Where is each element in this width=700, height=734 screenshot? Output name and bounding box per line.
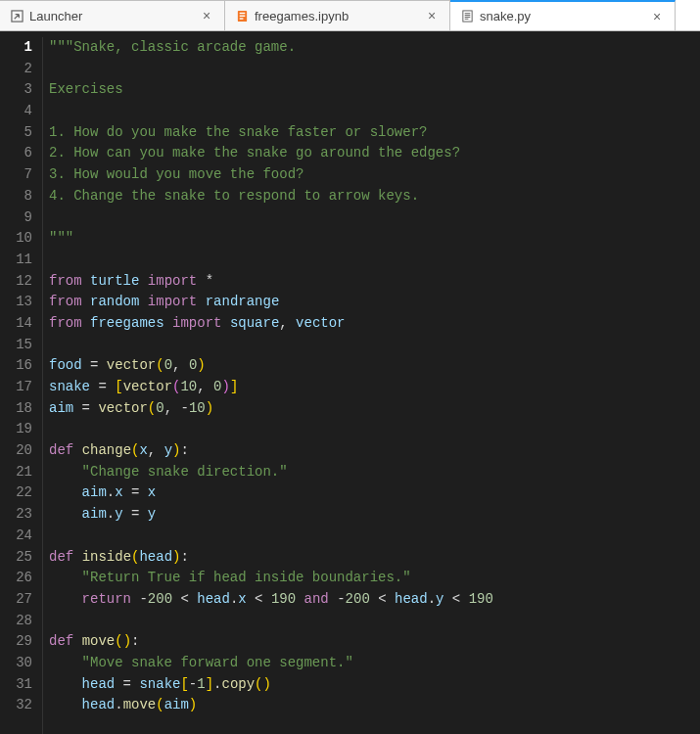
tab-launcher[interactable]: Launcher × (0, 0, 225, 30)
code-line[interactable]: head.move(aim) (49, 695, 493, 716)
line-number: 3 (0, 79, 32, 101)
line-number: 11 (0, 250, 32, 271)
line-number: 20 (0, 440, 32, 462)
line-number: 23 (0, 504, 32, 526)
svg-rect-3 (239, 15, 245, 16)
code-line[interactable]: "Change snake direction." (49, 462, 493, 483)
launcher-icon (10, 9, 23, 23)
tab-label: Launcher (29, 9, 199, 23)
code-line[interactable] (49, 250, 493, 271)
line-number: 27 (0, 589, 32, 611)
code-line[interactable]: from freegames import square, vector (49, 313, 493, 335)
code-line[interactable] (49, 101, 493, 122)
code-line[interactable]: Exercises (49, 79, 493, 101)
line-number: 28 (0, 611, 32, 632)
line-number: 13 (0, 292, 32, 313)
line-number: 31 (0, 674, 32, 696)
line-number: 16 (0, 355, 32, 377)
line-number: 5 (0, 122, 32, 144)
code-line[interactable]: 4. Change the snake to respond to arrow … (49, 186, 493, 207)
code-line[interactable]: """ (49, 228, 493, 250)
tab-label: snake.py (480, 9, 649, 23)
code-line[interactable]: from turtle import * (49, 271, 493, 293)
code-line[interactable]: "Move snake forward one segment." (49, 653, 493, 674)
line-number: 4 (0, 101, 32, 122)
code-editor[interactable]: 1234567891011121314151617181920212223242… (0, 31, 700, 734)
code-line[interactable] (49, 526, 493, 547)
code-line[interactable] (49, 611, 493, 632)
line-number: 24 (0, 526, 32, 547)
tab-freegames-notebook[interactable]: freegames.ipynb × (225, 0, 450, 30)
code-line[interactable]: def move(): (49, 631, 493, 653)
code-line[interactable]: return -200 < head.x < 190 and -200 < he… (49, 589, 493, 611)
line-number: 14 (0, 313, 32, 335)
code-line[interactable]: """Snake, classic arcade game. (49, 37, 493, 59)
code-line[interactable]: food = vector(0, 0) (49, 355, 493, 377)
code-line[interactable]: def change(x, y): (49, 440, 493, 462)
python-file-icon (460, 10, 474, 23)
line-number: 12 (0, 271, 32, 293)
line-number: 25 (0, 547, 32, 569)
code-line[interactable]: 1. How do you make the snake faster or s… (49, 122, 493, 144)
line-number: 7 (0, 164, 32, 186)
line-number: 10 (0, 228, 32, 250)
tab-bar: Launcher × freegames.ipynb × snake.py × (0, 0, 700, 31)
code-line[interactable]: snake = [vector(10, 0)] (49, 377, 493, 398)
close-icon[interactable]: × (424, 8, 440, 23)
line-number: 2 (0, 59, 32, 80)
tab-label: freegames.ipynb (255, 9, 424, 23)
line-number: 22 (0, 482, 32, 504)
code-line[interactable]: def inside(head): (49, 547, 493, 569)
line-number: 1 (0, 37, 32, 59)
code-line[interactable]: aim.x = x (49, 482, 493, 504)
code-line[interactable]: head = snake[-1].copy() (49, 674, 493, 696)
line-number: 29 (0, 631, 32, 653)
svg-rect-5 (462, 11, 471, 22)
line-number: 8 (0, 186, 32, 207)
line-number: 19 (0, 419, 32, 440)
code-line[interactable] (49, 419, 493, 440)
code-line[interactable]: 2. How can you make the snake go around … (49, 143, 493, 164)
notebook-icon (235, 9, 249, 23)
line-number: 26 (0, 568, 32, 589)
line-number: 30 (0, 653, 32, 674)
code-line[interactable]: aim.y = y (49, 504, 493, 526)
line-number: 32 (0, 695, 32, 716)
code-line[interactable] (49, 59, 493, 80)
code-line[interactable]: aim = vector(0, -10) (49, 398, 493, 420)
line-number: 15 (0, 335, 32, 356)
code-line[interactable]: from random import randrange (49, 292, 493, 313)
close-icon[interactable]: × (649, 9, 665, 24)
code-content[interactable]: """Snake, classic arcade game. Exercises… (43, 37, 493, 734)
line-number-gutter: 1234567891011121314151617181920212223242… (0, 37, 43, 734)
line-number: 18 (0, 398, 32, 420)
svg-rect-2 (239, 12, 245, 13)
close-icon[interactable]: × (199, 8, 214, 23)
tab-snake-py[interactable]: snake.py × (450, 0, 676, 30)
line-number: 6 (0, 143, 32, 164)
code-line[interactable]: "Return True if head inside boundaries." (49, 568, 493, 589)
code-line[interactable]: 3. How would you move the food? (49, 164, 493, 186)
code-line[interactable] (49, 335, 493, 356)
line-number: 9 (0, 207, 32, 229)
svg-rect-4 (239, 18, 243, 19)
code-line[interactable] (49, 207, 493, 229)
line-number: 21 (0, 462, 32, 483)
line-number: 17 (0, 377, 32, 398)
